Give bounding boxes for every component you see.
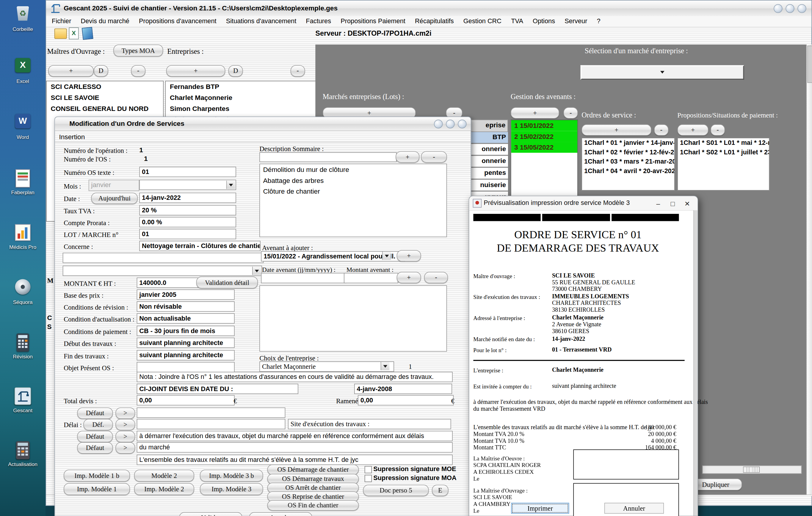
ordres-remove-button[interactable]: - bbox=[654, 124, 669, 136]
concerne-field[interactable]: Nettoyage terrain - Clôtures de chantier bbox=[139, 241, 260, 251]
moa-d-button[interactable]: D bbox=[94, 65, 108, 77]
list-item[interactable]: Fernandes BTP bbox=[166, 81, 316, 92]
close-button[interactable] bbox=[458, 120, 467, 128]
list-item[interactable]: Simon Charpentes bbox=[166, 103, 316, 114]
description-remove-button[interactable]: - bbox=[421, 151, 447, 162]
ci-joint-date-field[interactable]: 4-janv-2008 bbox=[354, 384, 452, 394]
menu-devis-du-marche[interactable]: Devis du marché bbox=[77, 16, 133, 26]
avenants-add-button[interactable]: + bbox=[511, 107, 559, 118]
desktop-icon-revision[interactable]: Révision bbox=[0, 334, 46, 359]
imp-modele-3b-button[interactable]: Imp. Modèle 3 b bbox=[200, 469, 263, 482]
list-item[interactable]: 1 15/01/2022 bbox=[511, 120, 577, 131]
arrow-button-4[interactable]: > bbox=[115, 442, 135, 454]
conditions-paiement-field[interactable]: CB - 30 jours fin de mois bbox=[137, 326, 235, 336]
entreprise-add-button[interactable]: + bbox=[166, 65, 225, 77]
menu-options[interactable]: Options bbox=[529, 16, 558, 26]
nota-field[interactable]: Nota : Joindre à l'OS n° 1 les attestati… bbox=[137, 372, 453, 382]
def-button[interactable]: Déf. bbox=[83, 419, 113, 430]
menu-propositions-avancement[interactable]: Propositions d'avancement bbox=[135, 16, 220, 26]
list-item[interactable]: Abattage des arbres bbox=[260, 175, 446, 186]
modele-2-button[interactable]: Modèle 2 bbox=[134, 469, 194, 482]
desktop-icon-faberplan[interactable]: Faberplan bbox=[0, 169, 46, 195]
montant-avenant-field[interactable] bbox=[344, 273, 398, 283]
list-item[interactable]: 1Charl * 03 * mars * 21-mar-202 bbox=[582, 157, 674, 166]
defaut-field-1[interactable] bbox=[137, 407, 286, 418]
list-item[interactable]: 1Charl * 04 * avril * 20-avr-2022 bbox=[582, 166, 674, 175]
date-avenant-field[interactable] bbox=[261, 273, 346, 283]
menu-aide[interactable]: ? bbox=[593, 16, 604, 26]
menu-fichier[interactable]: Fichier bbox=[48, 16, 75, 26]
delai-field[interactable] bbox=[137, 419, 286, 429]
desktop-icon-corbeille[interactable]: ♻ Corbeille bbox=[0, 5, 46, 32]
montant-ht-field[interactable]: 140000.0 bbox=[137, 278, 198, 288]
selection-marche-dropdown[interactable] bbox=[581, 65, 744, 80]
propositions-remove-button[interactable]: - bbox=[710, 124, 725, 136]
close-button[interactable]: ✕ bbox=[680, 200, 695, 208]
table-row[interactable]: onnerie bbox=[471, 144, 508, 156]
description-input[interactable] bbox=[259, 152, 397, 162]
desktop-icon-word[interactable]: W Word bbox=[0, 114, 46, 140]
choix-entreprise-dropdown[interactable]: Charlet Maçonnerie bbox=[259, 361, 394, 372]
empty-field[interactable] bbox=[63, 253, 264, 263]
list-item[interactable]: Démolition du mur de clôture bbox=[260, 164, 446, 175]
list-item[interactable]: SCI CARLESSO bbox=[47, 81, 163, 92]
conditions-revision-field[interactable]: Non révisable bbox=[137, 301, 235, 312]
desktop-icon-sequora[interactable]: Séquora bbox=[0, 279, 46, 305]
avenant-add-button[interactable]: + bbox=[397, 250, 421, 261]
doc-perso-5-button[interactable]: Doc perso 5 bbox=[363, 485, 429, 496]
table-row-selected[interactable]: BTP bbox=[471, 132, 508, 144]
imp-modele-1-button[interactable]: Imp. Modèle 1 bbox=[64, 483, 130, 495]
table-row[interactable]: pentes bbox=[471, 168, 508, 180]
avenant-plus-button[interactable]: + bbox=[397, 272, 421, 283]
excel-export-icon[interactable]: X bbox=[69, 27, 79, 39]
chevron-down-icon[interactable] bbox=[381, 362, 389, 370]
desktop-icon-gescant[interactable]: Gescant bbox=[0, 387, 46, 413]
list-item[interactable]: 1Charl * 02 * février * 12-fév-20 bbox=[582, 147, 674, 157]
chevron-down-icon[interactable] bbox=[252, 267, 261, 275]
annuler-preview-button[interactable]: Annuler bbox=[604, 503, 664, 514]
list-item[interactable]: SCI LE SAVOIE bbox=[47, 92, 163, 103]
menu-factures[interactable]: Factures bbox=[302, 16, 335, 26]
desktop-icon-medicis-pro[interactable]: Médicis Pro bbox=[0, 224, 46, 250]
ensemble-field[interactable]: L'ensemble des travaux relatifs au dit m… bbox=[137, 455, 453, 465]
base-prix-field[interactable]: janvier 2005 bbox=[137, 289, 235, 300]
validation-detail-button[interactable]: Validation détail bbox=[196, 277, 258, 288]
list-item[interactable]: Clôture de chantier bbox=[260, 186, 446, 197]
list-item[interactable]: 3 15/05/2022 bbox=[511, 142, 577, 153]
menu-propositions-paiement[interactable]: Propositions Paiement bbox=[337, 16, 409, 26]
fin-travaux-field[interactable]: suivant planning architecte bbox=[137, 350, 235, 361]
objet-present-os-field[interactable] bbox=[137, 362, 235, 372]
maximize-button[interactable] bbox=[446, 120, 455, 128]
notebook-icon[interactable] bbox=[82, 27, 93, 40]
menu-serveur[interactable]: Serveur bbox=[561, 16, 591, 26]
menu-tva[interactable]: TVA bbox=[508, 16, 527, 26]
list-item[interactable]: Charlet Maçonnerie bbox=[166, 92, 316, 103]
site-execution-field[interactable]: Site d'exécution des travaux : bbox=[288, 419, 451, 429]
imp-modele-3-button[interactable]: Imp. Modèle 3 bbox=[200, 483, 263, 495]
desktop-icon-actualisation[interactable]: Actualisation bbox=[0, 441, 46, 467]
total-devis-field[interactable]: 0,00 bbox=[137, 395, 235, 405]
e-button[interactable]: E bbox=[432, 485, 448, 496]
moa-remove-button[interactable]: - bbox=[131, 65, 145, 77]
tab-insertion[interactable]: Insertion bbox=[59, 133, 85, 141]
entreprise-remove-button[interactable]: - bbox=[291, 65, 305, 77]
menu-recapitulatifs[interactable]: Récapitulatifs bbox=[411, 16, 458, 26]
list-item[interactable]: 1Charl * 01 * janvier * 14-janv-2 bbox=[582, 138, 674, 147]
arrow-button-3[interactable]: > bbox=[115, 431, 135, 442]
prorata-field[interactable]: 0.00 % bbox=[139, 217, 236, 228]
avenant-minus-button[interactable]: - bbox=[424, 272, 448, 283]
lot-marche-field[interactable]: 01 bbox=[139, 229, 236, 239]
chevron-down-icon[interactable] bbox=[226, 181, 235, 189]
minimize-button[interactable]: – bbox=[651, 200, 666, 208]
valider-button[interactable]: Valider bbox=[179, 512, 242, 516]
imp-modele-2-button[interactable]: Imp. Modèle 2 bbox=[134, 483, 194, 495]
minimize-button[interactable] bbox=[434, 120, 443, 128]
table-row[interactable]: onnerie bbox=[471, 156, 508, 168]
list-item[interactable]: 1Charl * S02 * L01 * juillet * 23-juille… bbox=[678, 147, 769, 157]
imp-modele-1b-button[interactable]: Imp. Modèle 1 b bbox=[64, 469, 130, 482]
open-file-icon[interactable] bbox=[54, 29, 67, 39]
os-demarrage-chantier-button[interactable]: OS Démarrage de chantier bbox=[267, 464, 359, 475]
chevron-down-icon[interactable] bbox=[382, 252, 391, 260]
list-item[interactable]: 2 15/02/2022 bbox=[511, 131, 577, 142]
menu-situations-avancement[interactable]: Situations d'avancement bbox=[223, 16, 300, 26]
